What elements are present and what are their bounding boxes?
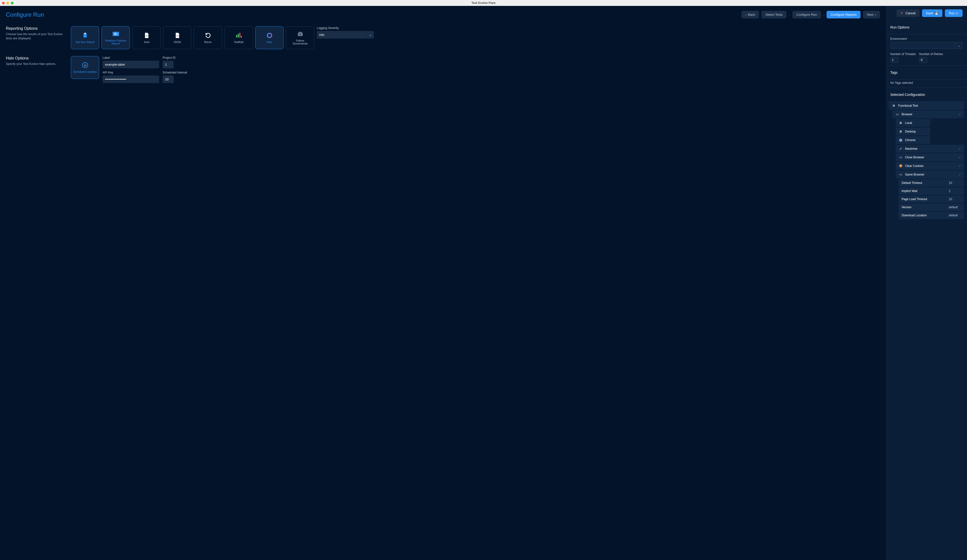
card-label: Junit — [144, 41, 149, 43]
markdown-icon: M↓ — [113, 31, 119, 37]
card-failure-screenshots[interactable]: Failure Screenshots — [286, 26, 314, 49]
save-button[interactable]: Save 💾 — [922, 9, 943, 17]
card-json[interactable]: JSON JSON — [163, 26, 191, 49]
dropdown-icon[interactable]: ⌄ — [366, 31, 374, 39]
config-version[interactable]: Version default — [899, 204, 964, 211]
config-chrome[interactable]: Chrome — [896, 136, 930, 144]
titlebar: Test Evolve Flare — [0, 0, 967, 6]
next-button-label: Next — [867, 13, 873, 16]
gears-icon: ⚙ — [892, 104, 896, 108]
window-title: Test Evolve Flare — [472, 1, 495, 5]
chrome-icon — [899, 138, 903, 142]
no-tags-text: No Tags selected — [886, 80, 967, 87]
check-icon: ✓ — [959, 113, 961, 116]
retries-input[interactable] — [919, 57, 927, 63]
camera-icon — [297, 31, 304, 37]
dropdown-icon[interactable]: ⌄ — [955, 42, 962, 49]
monitor-icon: 🖥 — [899, 121, 903, 125]
back-button[interactable]: ‹ Back — [741, 11, 759, 18]
chevron-right-icon: › — [875, 13, 876, 16]
svg-rect-8 — [239, 33, 240, 38]
label-label: Label — [102, 56, 159, 59]
config-desktop[interactable]: 🖥 Desktop — [896, 128, 930, 135]
logging-severity-select[interactable] — [317, 31, 366, 39]
svg-rect-7 — [238, 34, 239, 37]
monitor-icon: 🖥 — [899, 130, 903, 133]
reporting-options-desc: Choose how the results of your Test Evol… — [6, 32, 65, 41]
card-label: TestRail — [234, 41, 243, 43]
card-rerun[interactable]: Rerun — [194, 26, 222, 49]
threads-label: Number of Threads — [890, 53, 916, 56]
play-icon: ▷ — [956, 11, 959, 15]
threads-input[interactable] — [890, 57, 899, 63]
config-implicit-wait[interactable]: Implicit Wait 2 — [899, 187, 964, 195]
svg-point-12 — [299, 33, 301, 35]
card-test-run-report[interactable]: Test Run Report — [71, 26, 99, 49]
card-scheduled-updates[interactable]: 12 Scheduled Updates — [71, 56, 99, 79]
save-icon: 💾 — [934, 11, 939, 15]
xml-file-icon: XML — [144, 32, 150, 39]
svg-text:JSON: JSON — [176, 35, 179, 36]
svg-rect-13 — [299, 32, 301, 33]
api-key-input[interactable] — [102, 76, 159, 83]
browser-icon: ▭ — [895, 112, 899, 116]
cookie-icon: 🍪 — [899, 164, 903, 168]
cancel-button[interactable]: ✕ Cancel — [896, 9, 919, 17]
calendar-icon: 12 — [82, 62, 88, 68]
config-page-load-timeout[interactable]: Page Load Timeout 10 — [899, 196, 964, 203]
card-halo[interactable]: Halo — [255, 26, 284, 49]
config-download-location[interactable]: Download Location default — [899, 212, 964, 219]
check-icon: ✓ — [959, 173, 961, 176]
step-configure-reports[interactable]: Configure Reports — [827, 11, 860, 18]
step-configure-run[interactable]: Configure Run — [792, 11, 821, 18]
svg-rect-6 — [236, 35, 237, 37]
logging-severity-label: Logging Severity — [317, 26, 374, 30]
retries-label: Number of Retries — [919, 53, 943, 56]
config-close-browser[interactable]: ▭ Close Browser ✓ — [896, 153, 964, 161]
close-window-button[interactable] — [2, 2, 5, 5]
card-testrail[interactable]: TestRail — [224, 26, 253, 49]
card-label: JSON — [173, 41, 181, 43]
config-same-browser[interactable]: ▭ Same Browser ✓ — [896, 171, 964, 178]
run-button[interactable]: Run ▷ — [945, 9, 962, 17]
maximize-window-button[interactable] — [11, 2, 13, 5]
environment-select[interactable] — [890, 42, 955, 49]
card-junit[interactable]: XML Junit — [132, 26, 161, 49]
config-browser[interactable]: ▭ Browser ✓ — [892, 110, 964, 118]
config-clear-cookies[interactable]: 🍪 Clear Cookies ✓ — [896, 162, 964, 170]
card-label: Failure Screenshots — [288, 39, 312, 45]
project-id-label: Project ID — [163, 56, 176, 59]
step-select-tests[interactable]: Select Tests — [761, 11, 787, 18]
svg-text:XML: XML — [145, 35, 148, 36]
card-label: Halo — [267, 41, 272, 43]
minimize-window-button[interactable] — [7, 2, 9, 5]
next-button[interactable]: Next › — [863, 11, 880, 18]
config-local[interactable]: 🖥 Local — [896, 119, 930, 127]
config-default-timeout[interactable]: Default Timeout 10 — [899, 179, 964, 186]
maximise-icon: ⤢ — [899, 147, 903, 151]
project-id-input[interactable] — [163, 61, 173, 68]
card-realtime-failures[interactable]: M↓ Realtime Failures Report — [102, 26, 130, 49]
chevron-left-icon: ‹ — [746, 13, 746, 16]
scheduled-interval-label: Scheduled Interval — [163, 71, 187, 74]
save-button-label: Save — [926, 11, 933, 15]
check-icon: ✓ — [959, 164, 961, 168]
svg-text:12: 12 — [84, 64, 86, 67]
x-icon: ✕ — [900, 11, 903, 15]
chevron-right-icon: › — [789, 13, 790, 16]
card-label: Test Run Report — [75, 41, 95, 43]
scheduled-interval-input[interactable] — [163, 76, 173, 83]
svg-point-10 — [267, 33, 272, 37]
cancel-button-label: Cancel — [906, 11, 915, 15]
check-icon: ✓ — [959, 156, 961, 159]
reporting-options-title: Reporting Options — [6, 26, 65, 31]
card-label: Scheduled Updates — [73, 70, 97, 73]
run-button-label: Run — [949, 11, 955, 15]
config-maximise[interactable]: ⤢ Maximise ✓ — [896, 145, 964, 153]
config-functional-test[interactable]: ⚙ Functional Test — [889, 102, 964, 110]
browser-icon: ▭ — [899, 173, 903, 176]
environment-label: Environment — [890, 37, 907, 41]
label-input[interactable] — [102, 61, 159, 68]
api-key-label: API Key — [102, 71, 159, 74]
back-button-label: Back — [748, 13, 755, 16]
